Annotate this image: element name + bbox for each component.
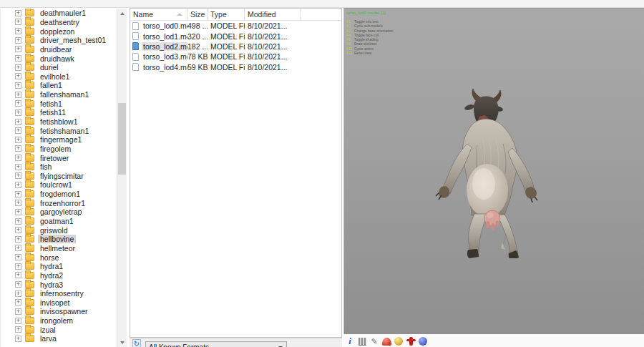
file-row[interactable]: torso_lod3.mo...78 KBMODEL File8/10/2021… [130,52,341,62]
tree-item-invisopet[interactable]: +invisopet [1,298,117,308]
tree-item-hydra1[interactable]: +hydra1 [1,262,117,271]
tree-item-invisospawner[interactable]: +invisospawner [1,307,117,316]
tree-item-fallen1[interactable]: +fallen1 [1,81,117,90]
plus-box-icon[interactable]: + [15,145,21,152]
tree-item-fetish11[interactable]: +fetish11 [1,108,117,117]
plus-box-icon[interactable]: + [15,19,21,25]
format-dropdown[interactable]: All Known Formats [145,341,287,347]
sliders-icon[interactable] [357,336,367,346]
tree-item-fallenshaman1[interactable]: +fallenshaman1 [1,90,117,99]
viewport-3d[interactable]: torso_lod2.model (1) F1Toggle info textF… [343,8,644,334]
plus-box-icon[interactable]: + [15,209,21,215]
plus-box-icon[interactable]: + [15,172,21,179]
plus-box-icon[interactable]: + [15,254,21,260]
tree-item-hydra2[interactable]: +hydra2 [1,271,117,280]
tree-item-driver_mesh_test01[interactable]: +driver_mesh_test01 [1,36,117,45]
tree-item-fetishblow1[interactable]: +fetishblow1 [1,117,117,127]
tree-item-horse[interactable]: +horse [1,253,117,262]
plus-box-icon[interactable]: + [15,218,21,225]
info-icon[interactable]: i [345,336,355,346]
tree-item-evilhole1[interactable]: +evilhole1 [1,72,117,81]
plus-box-icon[interactable]: + [15,318,21,324]
plus-box-icon[interactable]: + [15,326,21,333]
tree-item-irongolem[interactable]: +irongolem [1,316,117,326]
plus-box-icon[interactable]: + [15,281,21,288]
tree-item-duriel[interactable]: +duriel [1,63,117,72]
file-modified: 8/10/2021... [245,42,341,51]
tree-item-infernosentry[interactable]: +infernosentry [1,289,117,298]
plus-box-icon[interactable]: + [15,155,21,161]
tree-item-griswold[interactable]: +griswold [1,225,117,235]
tree-item-druidbear[interactable]: +druidbear [1,45,117,54]
tree-item-firegolem[interactable]: +firegolem [1,145,117,154]
plus-box-icon[interactable]: + [15,290,21,297]
plus-box-icon[interactable]: + [15,236,21,243]
plus-box-icon[interactable]: + [15,200,21,206]
tree-item-deathsentry[interactable]: +deathsentry [1,18,117,27]
tree-item-fetishshaman1[interactable]: +fetishshaman1 [1,126,117,135]
tree-item-goatman1[interactable]: +goatman1 [1,217,117,226]
plus-box-icon[interactable]: + [15,92,21,98]
tree-item-flyingscimitar[interactable]: +flyingscimitar [1,172,117,181]
plus-box-icon[interactable]: + [15,127,21,134]
plus-box-icon[interactable]: + [15,182,21,188]
column-header-name[interactable]: Name [130,9,187,20]
file-row[interactable]: torso_lod0.mo...498 ...MODEL File8/10/20… [130,21,341,31]
column-header-size[interactable]: Size [187,9,208,20]
refresh-icon[interactable]: ↻ [132,339,141,347]
plus-box-icon[interactable]: + [15,64,21,71]
plus-box-icon[interactable]: + [15,82,21,89]
tree-item-firetower[interactable]: +firetower [1,153,117,162]
plus-box-icon[interactable]: + [15,55,21,62]
tree-item-druidhawk[interactable]: +druidhawk [1,54,117,63]
tree-scrollbar[interactable] [117,9,127,347]
plus-box-icon[interactable]: + [15,109,21,116]
file-row[interactable]: torso_lod1.mo...320 ...MODEL File8/10/20… [130,31,341,41]
column-header-type[interactable]: Type [208,9,245,20]
plus-box-icon[interactable]: + [15,308,21,315]
plus-box-icon[interactable]: + [15,245,21,251]
plus-box-icon[interactable]: + [15,164,21,170]
tree-item-label: flyingscimitar [38,172,86,180]
plus-box-icon[interactable]: + [15,263,21,270]
blue-sphere-icon[interactable] [418,336,428,346]
tree-item-izual[interactable]: +izual [1,325,117,334]
tree-item-fetish1[interactable]: +fetish1 [1,99,117,108]
tree-item-gargoyletrap[interactable]: +gargoyletrap [1,207,117,217]
scroll-up-button[interactable] [117,9,127,18]
tree-item-hydra3[interactable]: +hydra3 [1,280,117,289]
column-header-modified[interactable]: Modified [245,9,301,20]
tree-item-larva[interactable]: +larva [1,334,117,343]
tree-scrollbar-thumb[interactable] [118,103,126,175]
tree-item-hellmeteor[interactable]: +hellmeteor [1,244,117,253]
plus-box-icon[interactable]: + [15,227,21,233]
plus-box-icon[interactable]: + [15,28,21,34]
tree-item-frogdemon1[interactable]: +frogdemon1 [1,190,117,199]
tree-item-label: frogdemon1 [38,190,82,198]
tree-item-deathmauler1[interactable]: +deathmauler1 [1,9,117,18]
red-dome-icon[interactable] [381,336,391,346]
file-row[interactable]: torso_lod4.mo...59 KBMODEL File8/10/2021… [130,62,341,72]
plus-box-icon[interactable]: + [15,336,21,342]
plus-box-icon[interactable]: + [15,191,21,197]
plus-box-icon[interactable]: + [15,119,21,125]
file-row[interactable]: torso_lod2.mo...182 ...MODEL File8/10/20… [130,41,341,52]
plus-box-icon[interactable]: + [15,46,21,52]
tree-item-foulcrow1[interactable]: +foulcrow1 [1,180,117,190]
plus-box-icon[interactable]: + [15,37,21,44]
plus-box-icon[interactable]: + [15,137,21,143]
tree-item-frozenhorror1[interactable]: +frozenhorror1 [1,198,117,207]
tree-item-dopplezon[interactable]: +dopplezon [1,26,117,36]
scroll-down-button[interactable] [117,338,127,347]
pencil-icon[interactable]: ✎ [369,336,379,346]
tree-item-fish[interactable]: +fish [1,162,117,172]
plus-box-icon[interactable]: + [15,272,21,278]
plus-box-icon[interactable]: + [15,10,21,16]
red-figure-icon[interactable] [406,336,416,346]
plus-box-icon[interactable]: + [15,299,21,306]
tree-item-hellbovine[interactable]: +hellbovine [1,235,117,244]
plus-box-icon[interactable]: + [15,100,21,107]
plus-box-icon[interactable]: + [15,73,21,79]
gold-sphere-icon[interactable] [394,336,404,346]
tree-item-fingermage1[interactable]: +fingermage1 [1,135,117,145]
